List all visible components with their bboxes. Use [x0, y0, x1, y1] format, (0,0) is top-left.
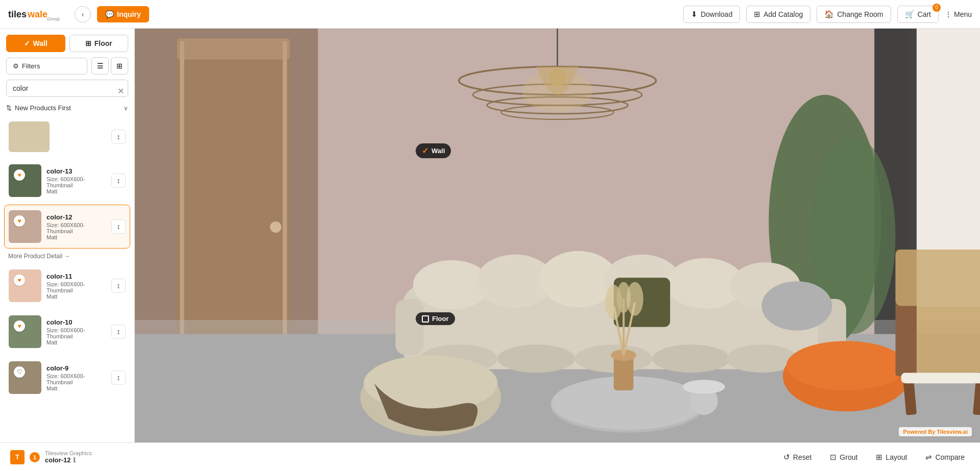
add-catalog-button[interactable]: ⊞ Add Catalog	[746, 6, 810, 23]
layout-icon: ⊞	[876, 453, 882, 462]
layout-label: Layout	[886, 453, 907, 461]
svg-text:Group: Group	[47, 16, 60, 21]
list-item[interactable]: ♥ color-12 Size: 600X600-Thumbnail Matt …	[4, 205, 130, 249]
svg-point-41	[761, 281, 832, 331]
change-room-button[interactable]: 🏠 Change Room	[817, 6, 891, 23]
product-add-button[interactable]: ↕	[111, 279, 126, 293]
menu-button[interactable]: ⋮ Menu	[945, 10, 972, 18]
product-info: color-10 Size: 600X600-Thumbnail Matt	[46, 318, 106, 345]
cart-icon: 🛒	[905, 10, 915, 19]
back-button[interactable]: ‹	[75, 6, 91, 22]
product-source-label: Tilesview Graphics	[45, 450, 92, 456]
tilesview-logo: T	[10, 450, 25, 464]
search-input[interactable]	[6, 80, 128, 97]
add-icon: ↕	[117, 133, 121, 141]
download-icon: ⬇	[691, 10, 698, 19]
main-layout: ✓ Wall ⊞ Floor ⚙ Filters ☰ ⊞	[0, 29, 980, 442]
favorite-icon[interactable]: ♥	[14, 320, 25, 332]
cart-badge: 0	[933, 4, 941, 12]
wall-hotspot[interactable]: ✓ Wall	[416, 143, 451, 158]
product-finish: Matt	[46, 188, 106, 194]
product-thumb: ♥	[9, 210, 41, 243]
product-name: color-9	[46, 364, 106, 372]
wall-tab[interactable]: ✓ Wall	[6, 35, 65, 52]
layout-button[interactable]: ⊞ Layout	[871, 450, 912, 465]
product-name: color-10	[46, 318, 106, 326]
favorite-icon[interactable]: ♥	[14, 215, 25, 227]
product-info: color-11 Size: 600X600-Thumbnail Matt	[46, 272, 106, 300]
product-finish: Matt	[46, 339, 106, 345]
change-room-label: Change Room	[837, 10, 883, 18]
product-finish: Matt	[46, 293, 106, 300]
product-finish: Matt	[46, 234, 106, 240]
compare-label: Compare	[935, 453, 965, 461]
info-icon[interactable]: ℹ	[73, 456, 76, 464]
floor-tab-label: Floor	[94, 39, 112, 47]
floor-tab[interactable]: ⊞ Floor	[69, 35, 129, 52]
sort-label-text: New Products First	[15, 104, 71, 112]
bottom-product-info: T 1 Tilesview Graphics color-12 ℹ	[10, 450, 92, 464]
product-add-button[interactable]: ↕	[111, 370, 126, 385]
sort-row[interactable]: ⇅ New Products First ∨	[0, 102, 134, 117]
svg-point-38	[653, 344, 730, 373]
product-add-button[interactable]: ↕	[111, 173, 126, 188]
svg-point-55	[627, 282, 643, 316]
favorite-icon[interactable]: ♡	[14, 366, 25, 378]
product-add-button[interactable]: ↕	[111, 130, 126, 144]
search-clear-button[interactable]: ✕	[117, 86, 124, 96]
grout-label: Grout	[840, 453, 857, 461]
inquiry-label: Inquiry	[117, 10, 141, 18]
logo-svg: tiles wale Group	[8, 6, 64, 22]
reset-button[interactable]: ↺ Reset	[778, 450, 817, 465]
list-item[interactable]: ♥ color-10 Size: 600X600-Thumbnail Matt …	[4, 310, 130, 354]
filters-button[interactable]: ⚙ Filters	[6, 58, 87, 75]
filter-icon: ⚙	[13, 62, 19, 70]
logo: tiles wale Group	[8, 6, 64, 22]
product-add-button[interactable]: ↕	[111, 325, 126, 339]
cart-button[interactable]: 🛒 Cart 0	[897, 6, 939, 23]
add-catalog-label: Add Catalog	[763, 10, 803, 18]
list-item[interactable]: ♥ color-13 Size: 600X600-Thumbnail Matt …	[4, 159, 130, 203]
more-detail-link[interactable]: More Product Detail →	[4, 251, 130, 264]
favorite-icon[interactable]: ♥	[14, 275, 25, 286]
powered-by-prefix: Powered By	[903, 429, 937, 435]
product-add-button[interactable]: ↕	[111, 219, 126, 234]
product-thumb	[9, 121, 50, 152]
list-item[interactable]: ♡ color-9 Size: 600X600-Thumbnail Matt ↕	[4, 356, 130, 400]
svg-point-43	[786, 341, 906, 390]
svg-text:wale: wale	[27, 9, 47, 19]
list-item[interactable]: ♥ color-11 Size: 600X600-Thumbnail Matt …	[4, 264, 130, 308]
sidebar: ✓ Wall ⊞ Floor ⚙ Filters ☰ ⊞	[0, 29, 135, 442]
add-icon: ↕	[117, 222, 121, 231]
product-thumb: ♥	[9, 315, 41, 348]
grid-view-icon: ⊞	[116, 62, 123, 70]
catalog-icon: ⊞	[754, 10, 760, 19]
product-thumb: ♥	[9, 164, 41, 197]
add-icon: ↕	[117, 374, 121, 382]
list-view-button[interactable]: ☰	[91, 57, 109, 75]
compare-button[interactable]: ⇌ Compare	[920, 450, 970, 465]
grid-icon: ⊞	[85, 39, 91, 47]
product-size: Size: 600X600-Thumbnail	[46, 373, 106, 385]
floor-hotspot[interactable]: Floor	[416, 312, 455, 325]
inquiry-icon: 💬	[105, 10, 114, 18]
favorite-icon[interactable]: ♥	[14, 169, 25, 181]
grid-view-button[interactable]: ⊞	[111, 57, 128, 75]
sort-label: ⇅ New Products First	[6, 104, 71, 112]
download-button[interactable]: ⬇ Download	[683, 6, 740, 23]
tv-icon: T	[10, 450, 25, 464]
product-thumb: ♥	[9, 269, 41, 302]
list-item[interactable]: ↕	[4, 117, 130, 157]
inquiry-button[interactable]: 💬 Inquiry	[97, 6, 149, 22]
grout-button[interactable]: ⊡ Grout	[825, 450, 863, 465]
grout-icon: ⊡	[830, 453, 836, 462]
svg-rect-33	[395, 299, 423, 355]
search-bar: ✕	[0, 80, 134, 102]
check-circle-icon: ✓	[24, 39, 30, 47]
product-name: color-11	[46, 272, 106, 280]
bottom-product-name: color-12	[45, 456, 71, 464]
wall-check-icon: ✓	[422, 146, 428, 156]
product-size: Size: 600X600-Thumbnail	[46, 327, 106, 339]
room-viewer: ✓ Wall Floor Powered By Tilesview.ai	[135, 29, 980, 442]
product-size: Size: 600X600-Thumbnail	[46, 176, 106, 188]
